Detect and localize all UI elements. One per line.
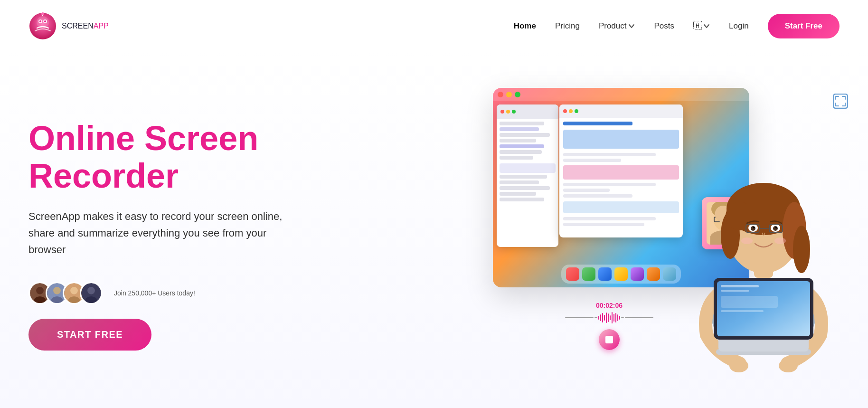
hero-section: Online Screen Recorder ScreenApp makes i… <box>0 52 868 408</box>
stop-recording-button[interactable] <box>599 329 620 350</box>
svg-point-39 <box>793 226 810 273</box>
window-minimize-btn <box>506 92 512 97</box>
woman-illustration <box>673 116 854 382</box>
nav-login[interactable]: Login <box>729 21 749 30</box>
svg-point-42 <box>751 226 755 231</box>
svg-point-5 <box>44 20 46 22</box>
nav-links: Home Pricing Product Posts 🇦 Login Start… <box>514 14 840 38</box>
svg-rect-59 <box>721 296 778 308</box>
window-close-btn <box>498 92 503 97</box>
hero-subtitle: ScreenApp makes it easy to record your s… <box>28 208 294 258</box>
window-maximize-btn <box>515 92 520 97</box>
dock-icon-5 <box>631 267 644 281</box>
svg-point-9 <box>36 287 44 294</box>
avatar-4 <box>80 282 103 304</box>
svg-point-52 <box>779 359 798 372</box>
sidebar-rows <box>497 119 558 204</box>
logo-link[interactable]: SCREENAPP <box>28 12 109 40</box>
dock-icon-1 <box>566 267 579 281</box>
start-free-nav-button[interactable]: Start Free <box>768 14 840 38</box>
dock-icon-2 <box>582 267 595 281</box>
svg-point-44 <box>753 227 755 228</box>
start-free-hero-button[interactable]: START FREE <box>28 319 151 351</box>
stop-icon <box>605 336 613 343</box>
svg-point-43 <box>773 226 778 231</box>
translate-chevron-icon <box>703 23 710 29</box>
dock-icon-4 <box>614 267 628 281</box>
svg-rect-58 <box>721 290 749 292</box>
nav-posts[interactable]: Posts <box>654 21 674 30</box>
screen-capture-icon <box>833 94 848 109</box>
hero-title: Online Screen Recorder <box>28 120 294 195</box>
svg-point-15 <box>70 287 78 294</box>
svg-point-18 <box>87 287 95 294</box>
nav-home[interactable]: Home <box>514 21 536 30</box>
svg-point-4 <box>39 20 41 22</box>
chevron-down-icon <box>628 23 635 29</box>
app-sidebar-header <box>497 104 558 119</box>
svg-point-45 <box>775 227 777 228</box>
logo-icon <box>28 12 57 40</box>
nav-translate[interactable]: 🇦 <box>693 21 710 31</box>
svg-rect-56 <box>717 281 810 336</box>
svg-point-12 <box>53 287 61 294</box>
logo-text: SCREENAPP <box>62 22 109 30</box>
user-avatars <box>28 282 97 304</box>
svg-rect-57 <box>721 285 759 287</box>
mac-dock <box>561 265 681 284</box>
svg-point-49 <box>741 237 753 244</box>
svg-rect-60 <box>721 310 764 312</box>
dock-icon-6 <box>647 267 660 281</box>
hero-left: Online Screen Recorder ScreenApp makes i… <box>28 120 294 351</box>
app-main-body <box>559 118 683 230</box>
woman-svg <box>673 116 854 382</box>
app-main-header <box>559 104 683 118</box>
hero-right: 00:02:06 <box>479 88 840 382</box>
navbar: SCREENAPP Home Pricing Product Posts 🇦 L… <box>0 0 868 52</box>
social-proof-text: Join 250,000+ Users today! <box>114 289 195 297</box>
svg-point-50 <box>774 237 786 244</box>
dock-icon-3 <box>598 267 612 281</box>
svg-point-7 <box>41 12 44 15</box>
app-sidebar-window <box>497 104 558 247</box>
nav-pricing[interactable]: Pricing <box>555 21 580 30</box>
svg-point-51 <box>729 359 748 372</box>
hero-social-proof: Join 250,000+ Users today! <box>28 282 294 304</box>
app-main-window <box>559 104 683 237</box>
nav-product[interactable]: Product <box>599 21 635 31</box>
window-chrome <box>493 88 749 101</box>
